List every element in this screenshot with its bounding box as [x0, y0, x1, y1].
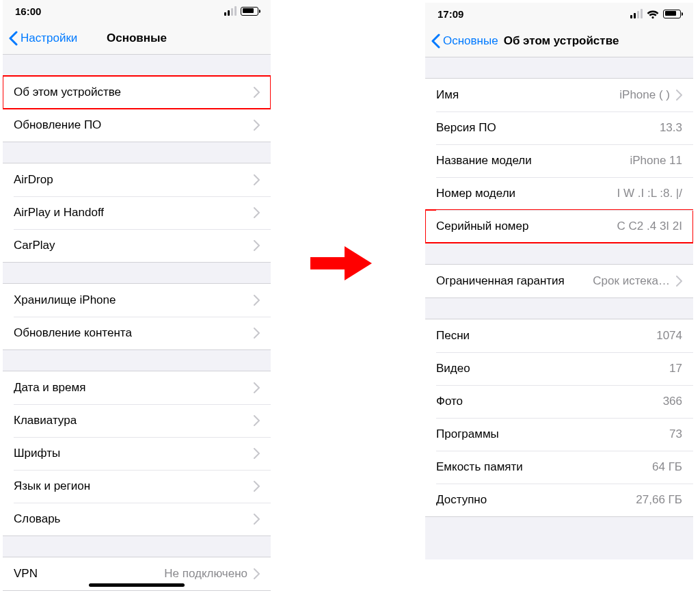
- chevron-right-icon: [253, 568, 260, 579]
- settings-row[interactable]: ИмяiPhone ( ): [425, 79, 693, 111]
- row-label: Фото: [436, 395, 658, 408]
- chevron-right-icon: [253, 87, 260, 98]
- row-value: 1074: [656, 329, 682, 343]
- status-time: 17:09: [438, 8, 463, 20]
- signal-icon: [630, 9, 643, 18]
- settings-row[interactable]: CarPlay: [3, 229, 271, 262]
- chevron-left-icon: [431, 34, 440, 49]
- row-value: 27,66 ГБ: [636, 493, 682, 507]
- chevron-right-icon: [253, 240, 260, 251]
- settings-row[interactable]: Шрифты: [3, 437, 271, 470]
- phone-screen-about: 17:09 Основные Об этом устройстве ИмяiPh…: [425, 3, 693, 559]
- status-bar: 16:00: [3, 0, 271, 22]
- battery-icon: [241, 7, 258, 16]
- row-label: Номер модели: [436, 187, 612, 200]
- back-label: Основные: [443, 34, 498, 48]
- about-list: ИмяiPhone ( )Версия ПО13.3Название модел…: [425, 57, 693, 559]
- settings-row[interactable]: Видео17: [425, 352, 693, 385]
- settings-row[interactable]: Ограниченная гарантияСрок истека…: [425, 265, 693, 298]
- settings-row[interactable]: Об этом устройстве: [3, 76, 271, 109]
- group-airdrop: AirDropAirPlay и HandoffCarPlay: [3, 163, 271, 263]
- chevron-left-icon: [8, 31, 18, 46]
- settings-row[interactable]: Хранилище iPhone: [3, 284, 271, 317]
- settings-row[interactable]: AirPlay и Handoff: [3, 196, 271, 229]
- settings-row[interactable]: Обновление контента: [3, 317, 271, 349]
- battery-icon: [663, 10, 681, 18]
- row-value: I W .I :L :8. |/: [617, 187, 682, 200]
- status-icons: [630, 9, 681, 18]
- row-value: iPhone 11: [630, 154, 682, 168]
- page-title: Об этом устройстве: [504, 34, 619, 48]
- row-label: CarPlay: [14, 239, 247, 252]
- settings-row[interactable]: Серийный номерC C2 .4 3I 2I: [425, 210, 693, 243]
- settings-row[interactable]: Фото366: [425, 385, 693, 418]
- row-label: Обновление контента: [14, 326, 247, 340]
- chevron-right-icon: [675, 276, 682, 287]
- row-label: AirDrop: [14, 173, 247, 187]
- status-time: 16:00: [15, 5, 41, 17]
- row-value: iPhone ( ): [619, 88, 670, 102]
- settings-row[interactable]: Версия ПО13.3: [425, 111, 693, 144]
- chevron-right-icon: [253, 448, 260, 459]
- settings-row[interactable]: AirDrop: [3, 163, 271, 196]
- settings-row[interactable]: Программы73: [425, 418, 693, 451]
- group-media-stats: Песни1074Видео17Фото366Программы73Емкост…: [425, 319, 693, 517]
- settings-row[interactable]: Дата и время: [3, 371, 271, 404]
- row-value: 64 ГБ: [652, 460, 682, 474]
- row-label: Имя: [436, 88, 614, 102]
- wifi-icon: [647, 10, 659, 18]
- row-label: Название модели: [436, 154, 624, 168]
- settings-row[interactable]: Словарь: [3, 503, 271, 536]
- settings-row[interactable]: Песни1074: [425, 319, 693, 352]
- row-value: 17: [669, 362, 682, 375]
- back-button[interactable]: Основные: [431, 34, 498, 49]
- settings-row[interactable]: Язык и регион: [3, 470, 271, 503]
- row-value: C C2 .4 3I 2I: [617, 220, 682, 233]
- phone-screen-general: 16:00 Настройки Основные Об этом устройс…: [3, 0, 271, 591]
- chevron-right-icon: [253, 415, 260, 426]
- chevron-right-icon: [253, 207, 260, 218]
- row-label: Видео: [436, 362, 664, 375]
- chevron-right-icon: [253, 514, 260, 525]
- group-storage: Хранилище iPhoneОбновление контента: [3, 283, 271, 350]
- row-label: Программы: [436, 427, 664, 441]
- row-value: 73: [669, 427, 682, 441]
- chevron-right-icon: [253, 382, 260, 393]
- row-value: 366: [663, 395, 682, 408]
- back-button[interactable]: Настройки: [8, 31, 77, 46]
- status-bar: 17:09: [425, 3, 693, 25]
- row-label: Дата и время: [14, 381, 247, 395]
- group-device-info: ИмяiPhone ( )Версия ПО13.3Название модел…: [425, 78, 693, 243]
- chevron-right-icon: [253, 120, 260, 131]
- chevron-right-icon: [253, 295, 260, 306]
- settings-row[interactable]: Номер моделиI W .I :L :8. |/: [425, 177, 693, 210]
- nav-bar: Основные Об этом устройстве: [425, 25, 693, 57]
- chevron-right-icon: [675, 90, 682, 101]
- row-label: Шрифты: [14, 447, 247, 460]
- settings-row[interactable]: Емкость памяти64 ГБ: [425, 451, 693, 484]
- row-value: 13.3: [660, 121, 682, 135]
- row-label: Словарь: [14, 512, 247, 526]
- row-label: Песни: [436, 329, 651, 343]
- row-label: Доступно: [436, 493, 630, 507]
- row-label: VPN: [14, 567, 159, 581]
- row-label: Емкость памяти: [436, 460, 647, 474]
- row-label: Обновление ПО: [14, 118, 247, 132]
- group-warranty: Ограниченная гарантияСрок истека…: [425, 264, 693, 298]
- settings-row[interactable]: Доступно27,66 ГБ: [425, 484, 693, 516]
- status-icons: [224, 6, 258, 16]
- settings-row[interactable]: Название моделиiPhone 11: [425, 144, 693, 177]
- home-indicator: [89, 583, 185, 587]
- settings-row[interactable]: Обновление ПО: [3, 109, 271, 142]
- row-label: Хранилище iPhone: [14, 293, 247, 307]
- arrow-icon: [310, 243, 372, 283]
- row-label: Об этом устройстве: [14, 85, 247, 99]
- settings-row[interactable]: Клавиатура: [3, 404, 271, 437]
- nav-bar: Настройки Основные: [3, 22, 271, 55]
- row-label: Версия ПО: [436, 121, 654, 135]
- row-label: Серийный номер: [436, 220, 612, 233]
- signal-icon: [224, 6, 237, 16]
- group-locale: Дата и времяКлавиатураШрифтыЯзык и регио…: [3, 371, 271, 536]
- row-value: Срок истека…: [593, 274, 670, 288]
- chevron-right-icon: [253, 328, 260, 339]
